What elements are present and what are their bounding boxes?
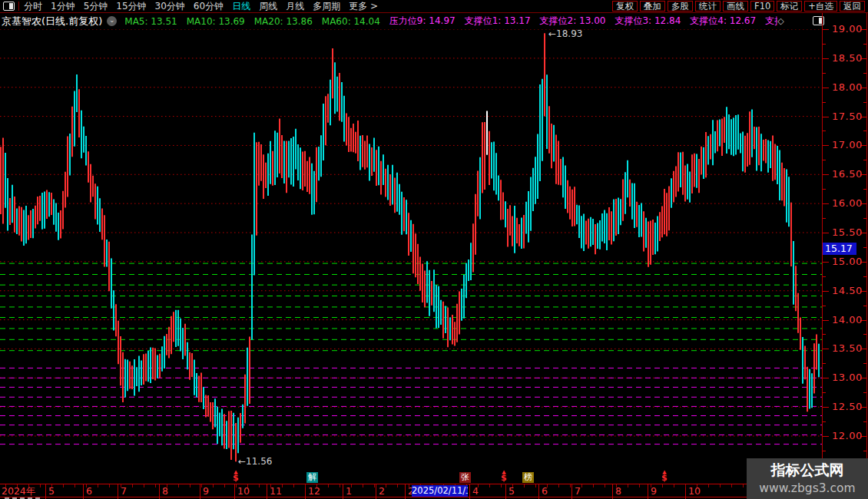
toolbar-button[interactable]: F10 (750, 1, 774, 12)
date-minor-tick (524, 484, 525, 487)
date-minor-tick (132, 484, 133, 487)
axis-major-tick (823, 407, 829, 408)
axis-minor-tick (863, 160, 866, 160)
date-minor-tick (547, 484, 548, 487)
month-label: 6 (86, 485, 92, 497)
toolbar-button[interactable]: 返回 (840, 1, 865, 12)
month-separator (118, 484, 118, 497)
date-minor-tick (674, 484, 674, 487)
axis-minor-tick (863, 421, 866, 422)
indicator-value: 支撑位2: 13.00 (540, 15, 606, 28)
indicator-value: 支撑位1: 13.17 (465, 15, 531, 28)
axis-major-tick (823, 88, 829, 88)
date-minor-tick (662, 484, 663, 487)
axis-major-tick (823, 174, 829, 175)
period-menu-item[interactable]: 1分钟 (51, 0, 75, 13)
period-menu-item[interactable]: 分时 (24, 0, 42, 13)
period-menu-item[interactable]: 多周期 (313, 0, 340, 13)
watermark-url: www.zbgs3.com (747, 481, 868, 495)
period-menu-item[interactable]: 5分钟 (84, 0, 108, 13)
date-minor-tick (386, 484, 386, 487)
axis-major-tick (823, 145, 829, 146)
axis-minor-tick (823, 73, 826, 74)
axis-price-label: 14.00 (832, 314, 863, 326)
date-minor-tick (305, 484, 306, 487)
axis-major-tick (823, 378, 829, 378)
axis-minor-tick (823, 392, 826, 393)
dividend-marker[interactable]: ▲$ (661, 470, 668, 481)
axis-price-label: 19.00 (832, 23, 863, 35)
date-axis[interactable]: 2024年 2025/02/11/二 567891011121224567891… (0, 484, 868, 497)
toolbar-button[interactable]: 多股 (668, 1, 693, 12)
date-minor-tick (5, 484, 6, 487)
axis-major-tick (823, 436, 829, 437)
chevron-down-icon[interactable]: ⌄ (107, 16, 117, 26)
month-label: 9 (203, 485, 209, 497)
toolbar-button[interactable]: 统计 (695, 1, 721, 12)
month-separator (83, 484, 84, 497)
low-price-annotation: ←11.56 (238, 456, 272, 467)
date-minor-tick (697, 484, 697, 487)
month-separator (538, 484, 539, 497)
date-minor-tick (351, 484, 352, 487)
axis-minor-tick (863, 44, 866, 45)
event-badge[interactable]: 榜 (522, 472, 534, 483)
indicator-value: MA60: 14.04 (322, 16, 380, 27)
date-minor-tick (86, 484, 87, 487)
toolbar-button[interactable]: 标记 (777, 1, 802, 12)
axis-price-label: 18.50 (832, 52, 863, 64)
month-label: 7 (575, 485, 581, 497)
axis-minor-tick (863, 306, 866, 306)
period-menu-item[interactable]: 月线 (286, 0, 304, 13)
month-separator (571, 484, 572, 497)
date-minor-tick (293, 484, 294, 487)
chart-canvas (0, 29, 822, 484)
period-menu-item[interactable]: 更多 > (349, 0, 378, 13)
month-label: 9 (651, 485, 657, 497)
date-minor-tick (40, 484, 41, 487)
date-minor-tick (639, 484, 640, 487)
toolbar-button[interactable]: 叠加 (640, 1, 665, 12)
axis-major-tick (823, 291, 829, 292)
date-minor-tick (720, 484, 721, 487)
date-minor-tick (558, 484, 559, 487)
period-menu-item[interactable]: 周线 (259, 0, 277, 13)
toolbar-button[interactable]: 复权 (612, 1, 638, 12)
axis-price-label: 17.00 (832, 139, 863, 150)
date-minor-tick (340, 484, 340, 487)
date-minor-tick (75, 484, 75, 487)
axis-minor-tick (863, 363, 866, 364)
date-minor-tick (178, 484, 179, 487)
date-minor-tick (98, 484, 98, 487)
period-menu-item[interactable]: 日线 (232, 0, 250, 13)
date-minor-tick (17, 484, 18, 487)
layout-toggle-icon[interactable] (3, 2, 15, 11)
period-menu-item[interactable]: 15分钟 (116, 0, 146, 13)
toolbar-button[interactable]: 画线 (723, 1, 748, 12)
axis-minor-tick (863, 73, 866, 74)
month-label: 5 (509, 485, 515, 497)
period-menu-item[interactable]: 30分钟 (155, 0, 185, 13)
dividend-marker[interactable]: ▲$ (233, 470, 239, 481)
axis-major-tick (823, 58, 829, 59)
toolbar-button[interactable]: +自选 (804, 1, 837, 12)
date-minor-tick (155, 484, 156, 487)
axis-major-tick (823, 233, 829, 233)
axis-minor-tick (863, 131, 866, 131)
event-badge[interactable]: 张 (459, 472, 471, 483)
candlestick-chart[interactable] (0, 29, 822, 484)
stock-title: 京基智农(日线.前复权) (2, 15, 102, 28)
date-minor-tick (397, 484, 398, 487)
axis-price-label: 14.50 (832, 285, 863, 296)
month-label: 10 (688, 485, 701, 497)
selected-date-box: 2025/02/11/二 (412, 485, 468, 497)
event-badge[interactable]: 解 (306, 472, 318, 483)
axis-minor-tick (823, 306, 826, 306)
axis-price-label: 18.00 (832, 81, 863, 93)
date-minor-tick (581, 484, 582, 487)
month-separator (405, 484, 406, 497)
date-minor-tick (201, 484, 202, 487)
date-minor-tick (224, 484, 225, 487)
period-menu-item[interactable]: 60分钟 (194, 0, 224, 13)
dividend-marker[interactable]: ▲$ (501, 470, 507, 481)
